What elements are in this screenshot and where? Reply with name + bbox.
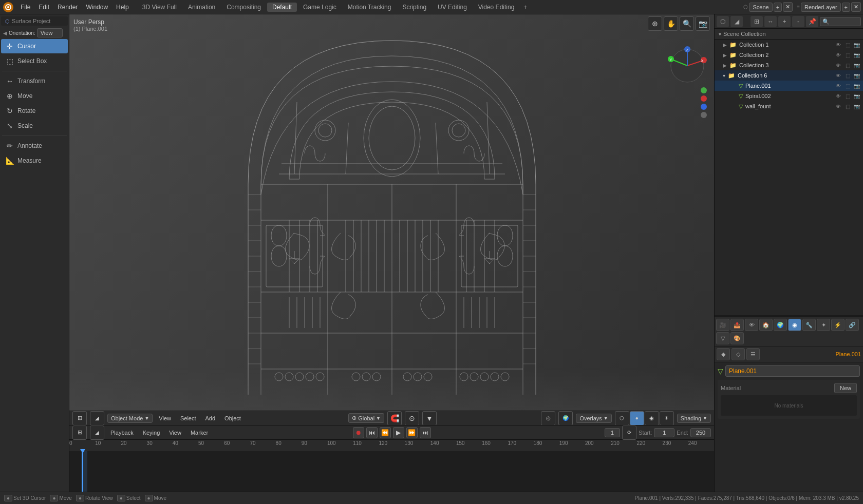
viewport-fullscreen-icon[interactable]: ◢: [90, 411, 104, 425]
outliner-editor-type[interactable]: ⬡: [717, 16, 729, 27]
renderlayer-name-btn[interactable]: RenderLayer: [801, 3, 841, 12]
menu-render[interactable]: Render: [53, 3, 82, 12]
workspace-gamelogic[interactable]: Game Logic: [298, 3, 342, 12]
spiral002-render-icon[interactable]: 📷: [853, 92, 861, 100]
outliner-sync-icon[interactable]: ↔: [764, 16, 777, 27]
collection1-eye-icon[interactable]: 👁: [834, 41, 842, 49]
prop-data-icon[interactable]: ▽: [716, 332, 729, 344]
menu-window[interactable]: Window: [82, 3, 112, 12]
collection2-select-icon[interactable]: ⬚: [843, 51, 852, 59]
tool-measure[interactable]: 📐 Measure: [1, 153, 68, 168]
timeline-playback-menu[interactable]: Playback: [107, 429, 137, 437]
shading-dropdown[interactable]: Shading ▼: [677, 414, 711, 423]
viewport-select-menu[interactable]: Select: [177, 414, 199, 422]
timeline-jump-start-btn[interactable]: ⏮: [366, 427, 378, 438]
workspace-videoediting[interactable]: Video Editing: [473, 3, 520, 12]
overlays-btn[interactable]: Overlays ▼: [576, 414, 611, 423]
workspace-scripting[interactable]: Scripting: [397, 3, 431, 12]
workspace-motiontracking[interactable]: Motion Tracking: [343, 3, 397, 12]
view-zoom-btn[interactable]: 🔍: [680, 16, 694, 31]
timeline-playhead[interactable]: [82, 451, 83, 492]
snap-icon[interactable]: 🧲: [387, 411, 402, 425]
prop-object-name-input[interactable]: [725, 365, 860, 377]
shading-render-btn[interactable]: ☀: [660, 411, 674, 425]
collection3-select-icon[interactable]: ⬚: [843, 61, 852, 69]
collection3-render-icon[interactable]: 📷: [853, 61, 861, 69]
prop-world-icon[interactable]: 🌍: [774, 319, 787, 331]
collection1-select-icon[interactable]: ⬚: [843, 41, 852, 49]
spiral002-eye-icon[interactable]: 👁: [834, 92, 842, 100]
workspace-default[interactable]: Default: [267, 3, 297, 12]
orientation-dropdown[interactable]: View: [37, 28, 63, 37]
tool-annotate[interactable]: ✏ Annotate: [1, 139, 68, 153]
outliner-collection3[interactable]: ▶ 📁 Collection 3 👁 ⬚ 📷: [715, 60, 863, 70]
outliner-plane001[interactable]: ▽ Plane.001 👁 ⬚ 📷: [715, 81, 863, 91]
outliner-spiral002[interactable]: ▽ Spiral.002 👁 ⬚ 📷: [715, 91, 863, 101]
timeline-fullscreen-icon[interactable]: ◢: [90, 425, 104, 440]
workspace-add[interactable]: +: [520, 3, 530, 12]
timeline-scrub-area[interactable]: [69, 451, 714, 492]
menu-help[interactable]: Help: [112, 3, 133, 12]
view-pan-btn[interactable]: ✋: [664, 16, 678, 31]
tool-move[interactable]: ⊕ Move: [1, 89, 68, 103]
outliner-search-input[interactable]: [820, 17, 861, 26]
outliner-filter-icon[interactable]: ⊞: [751, 16, 763, 27]
prop-render-icon[interactable]: 🎥: [716, 319, 729, 331]
viewport-world-icon[interactable]: 🌍: [558, 411, 573, 425]
scene-add-btn[interactable]: +: [774, 3, 782, 12]
view-camera-btn[interactable]: 📷: [696, 16, 710, 31]
collection6-render-icon[interactable]: 📷: [853, 71, 861, 80]
spiral002-select-icon[interactable]: ⬚: [843, 92, 852, 100]
tool-rotate[interactable]: ↻ Rotate: [1, 104, 68, 118]
prop-scene-icon[interactable]: 🏠: [759, 319, 773, 331]
plane001-select-icon[interactable]: ⬚: [843, 82, 852, 90]
timeline-next-frame-btn[interactable]: ⏩: [406, 427, 418, 438]
snap-options-icon[interactable]: ▼: [422, 411, 437, 425]
renderlayer-close-btn[interactable]: ✕: [851, 2, 861, 12]
prop-sub2-icon[interactable]: ◇: [731, 348, 745, 360]
proportional-edit-icon[interactable]: ⊙: [405, 411, 419, 425]
new-material-btn[interactable]: New: [834, 383, 857, 393]
shading-solid-btn[interactable]: ●: [630, 411, 644, 425]
prop-particles-icon[interactable]: ✦: [817, 319, 830, 331]
collection6-select-icon[interactable]: ⬚: [843, 71, 852, 80]
viewport-object-menu[interactable]: Object: [221, 414, 244, 422]
prop-physics-icon[interactable]: ⚡: [831, 319, 845, 331]
plane001-render-icon[interactable]: 📷: [853, 82, 861, 90]
collection1-render-icon[interactable]: 📷: [853, 41, 861, 49]
timeline-editor-type-icon[interactable]: ⊞: [72, 425, 87, 440]
wallfount-select-icon[interactable]: ⬚: [843, 102, 852, 110]
scene-close-btn[interactable]: ✕: [783, 2, 793, 12]
plane001-eye-icon[interactable]: 👁: [834, 82, 842, 90]
editor-type-icon[interactable]: ⊞: [72, 411, 87, 425]
view-orbit-btn[interactable]: ⊕: [648, 16, 662, 31]
scene-name-btn[interactable]: Scene: [749, 3, 772, 12]
shading-material-btn[interactable]: ◉: [645, 411, 659, 425]
outliner-wallfount[interactable]: ▽ wall_fount 👁 ⬚ 📷: [715, 101, 863, 111]
prop-view-icon[interactable]: 👁: [745, 319, 758, 331]
nav-gizmo[interactable]: X Y Z: [667, 45, 708, 86]
viewport-render-icon[interactable]: ◎: [541, 411, 555, 425]
renderlayer-add-btn[interactable]: +: [842, 3, 850, 12]
timeline-record-btn[interactable]: ⏺: [353, 427, 364, 438]
timeline-prev-frame-btn[interactable]: ⏪: [380, 427, 391, 438]
menu-edit[interactable]: Edit: [34, 3, 53, 12]
viewport-3d[interactable]: .wf { stroke: #aaa; stroke-width: 0.7; f…: [69, 14, 714, 411]
outliner-add-icon[interactable]: +: [778, 16, 791, 27]
prop-sub3-icon[interactable]: ☰: [746, 348, 760, 360]
timeline-marker-menu[interactable]: Marker: [187, 429, 211, 437]
workspace-animation[interactable]: Animation: [183, 3, 220, 12]
viewport-add-menu[interactable]: Add: [202, 414, 219, 422]
prop-output-icon[interactable]: 📤: [730, 319, 744, 331]
menu-file[interactable]: File: [16, 3, 34, 12]
tool-scale[interactable]: ⤡ Scale: [1, 119, 68, 133]
timeline-fps-btn[interactable]: ⟳: [622, 425, 636, 440]
outliner-collection6[interactable]: ▾ 📁 Collection 6 👁 ⬚ 📷: [715, 70, 863, 81]
wallfount-eye-icon[interactable]: 👁: [834, 102, 842, 110]
object-mode-dropdown[interactable]: Object Mode ▼: [107, 414, 153, 423]
outliner-collection2[interactable]: ▶ 📁 Collection 2 👁 ⬚ 📷: [715, 50, 863, 60]
workspace-uvediting[interactable]: UV Editing: [433, 3, 472, 12]
transform-global-btn[interactable]: ⊕ Global ▼: [348, 413, 384, 423]
collection3-eye-icon[interactable]: 👁: [834, 61, 842, 69]
prop-material-icon[interactable]: 🎨: [730, 332, 744, 344]
